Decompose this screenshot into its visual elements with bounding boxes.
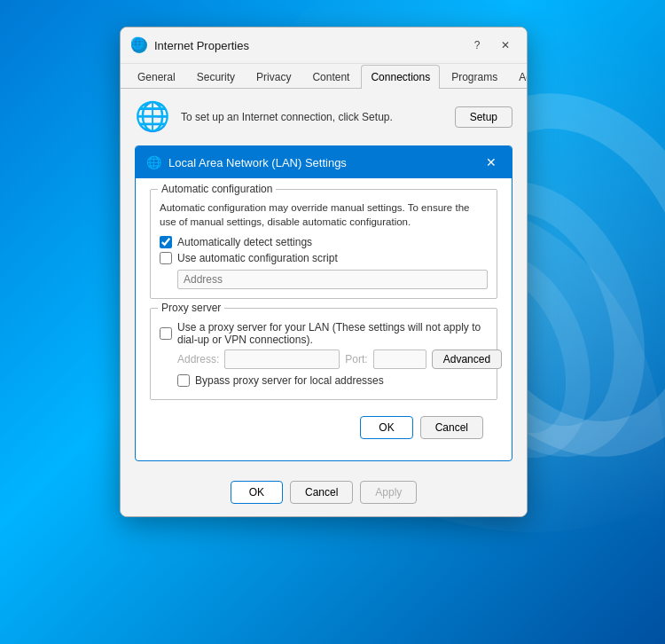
advanced-button[interactable]: Advanced (432, 349, 502, 369)
lan-close-button[interactable]: ✕ (481, 153, 501, 172)
auto-detect-label[interactable]: Automatically detect settings (177, 236, 312, 248)
tab-bar: General Security Privacy Content Connect… (121, 64, 527, 89)
port-label: Port: (345, 353, 367, 365)
tab-connections[interactable]: Connections (361, 65, 440, 89)
auto-detect-checkbox[interactable] (160, 236, 172, 248)
globe-icon: 🌐 (135, 99, 170, 135)
use-proxy-label[interactable]: Use a proxy server for your LAN (These s… (177, 321, 488, 346)
help-button[interactable]: ? (466, 35, 488, 56)
dialog-icon (131, 37, 147, 53)
bypass-checkbox[interactable] (177, 374, 190, 387)
lan-dialog-buttons: OK Cancel (150, 409, 497, 450)
auto-script-label[interactable]: Use automatic configuration script (177, 252, 338, 264)
setup-section: 🌐 To set up an Internet connection, clic… (135, 99, 512, 135)
auto-config-label: Automatic configuration (158, 183, 276, 195)
use-proxy-row: Use a proxy server for your LAN (These s… (160, 321, 488, 346)
auto-script-row: Use automatic configuration script (160, 252, 488, 264)
lan-titlebar: 🌐 Local Area Network (LAN) Settings ✕ (136, 146, 512, 178)
proxy-port-input[interactable] (373, 349, 426, 369)
bypass-row: Bypass proxy server for local addresses (177, 374, 488, 387)
tab-privacy[interactable]: Privacy (246, 65, 301, 89)
auto-address-row (177, 270, 488, 289)
lan-icon: 🌐 (146, 155, 161, 169)
outer-apply-button[interactable]: Apply (360, 481, 417, 504)
tab-advanced[interactable]: Advanced (509, 65, 528, 89)
tab-programs[interactable]: Programs (442, 65, 507, 89)
proxy-server-section: Proxy server Use a proxy server for your… (150, 308, 497, 400)
auto-config-section: Automatic configuration Automatic config… (150, 189, 497, 299)
lan-cancel-button[interactable]: Cancel (420, 416, 483, 439)
use-proxy-checkbox[interactable] (160, 327, 172, 340)
auto-config-description: Automatic configuration may override man… (160, 200, 488, 229)
dialog-body: 🌐 To set up an Internet connection, clic… (121, 89, 527, 472)
dialog-title: Internet Properties (154, 39, 459, 52)
lan-settings-dialog: 🌐 Local Area Network (LAN) Settings ✕ Au… (135, 145, 512, 461)
auto-detect-row: Automatically detect settings (160, 236, 488, 248)
proxy-fields: Address: Port: Advanced (177, 349, 488, 369)
internet-properties-dialog: Internet Properties ? ✕ General Security… (120, 27, 528, 517)
address-label: Address: (177, 353, 219, 365)
outer-ok-button[interactable]: OK (231, 481, 283, 504)
proxy-address-input[interactable] (224, 349, 340, 369)
lan-title: Local Area Network (LAN) Settings (168, 156, 474, 169)
bypass-label[interactable]: Bypass proxy server for local addresses (195, 374, 384, 387)
tab-general[interactable]: General (128, 65, 185, 89)
outer-cancel-button[interactable]: Cancel (290, 481, 353, 504)
setup-button[interactable]: Setup (455, 106, 512, 128)
auto-script-checkbox[interactable] (160, 252, 172, 264)
outer-dialog-buttons: OK Cancel Apply (121, 472, 527, 516)
tab-content[interactable]: Content (302, 65, 359, 89)
lan-body: Automatic configuration Automatic config… (136, 178, 512, 460)
close-button[interactable]: ✕ (495, 35, 516, 56)
proxy-server-label: Proxy server (158, 302, 224, 314)
dialog-titlebar: Internet Properties ? ✕ (121, 27, 527, 64)
lan-ok-button[interactable]: OK (360, 416, 412, 439)
auto-address-input[interactable] (177, 270, 488, 289)
tab-security[interactable]: Security (187, 65, 245, 89)
setup-text: To set up an Internet connection, click … (181, 110, 444, 125)
